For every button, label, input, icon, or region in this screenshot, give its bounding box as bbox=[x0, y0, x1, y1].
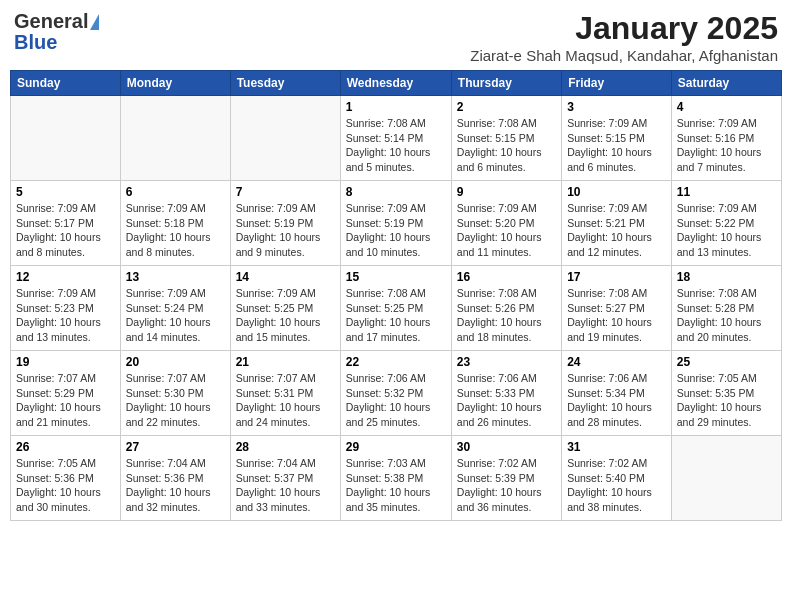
day-number: 2 bbox=[457, 100, 556, 114]
day-number: 11 bbox=[677, 185, 776, 199]
day-number: 26 bbox=[16, 440, 115, 454]
calendar-cell: 29Sunrise: 7:03 AMSunset: 5:38 PMDayligh… bbox=[340, 436, 451, 521]
day-number: 17 bbox=[567, 270, 666, 284]
logo-triangle-icon bbox=[90, 14, 99, 30]
logo: General Blue bbox=[14, 10, 99, 54]
day-number: 7 bbox=[236, 185, 335, 199]
logo-blue: Blue bbox=[14, 31, 57, 54]
cell-info: Sunrise: 7:09 AMSunset: 5:23 PMDaylight:… bbox=[16, 286, 115, 345]
calendar-cell: 27Sunrise: 7:04 AMSunset: 5:36 PMDayligh… bbox=[120, 436, 230, 521]
calendar-cell bbox=[11, 96, 121, 181]
cell-info: Sunrise: 7:02 AMSunset: 5:39 PMDaylight:… bbox=[457, 456, 556, 515]
cell-info: Sunrise: 7:05 AMSunset: 5:35 PMDaylight:… bbox=[677, 371, 776, 430]
cell-info: Sunrise: 7:09 AMSunset: 5:17 PMDaylight:… bbox=[16, 201, 115, 260]
day-number: 14 bbox=[236, 270, 335, 284]
day-header-saturday: Saturday bbox=[671, 71, 781, 96]
calendar-cell: 25Sunrise: 7:05 AMSunset: 5:35 PMDayligh… bbox=[671, 351, 781, 436]
calendar-cell: 19Sunrise: 7:07 AMSunset: 5:29 PMDayligh… bbox=[11, 351, 121, 436]
week-row-5: 26Sunrise: 7:05 AMSunset: 5:36 PMDayligh… bbox=[11, 436, 782, 521]
day-number: 3 bbox=[567, 100, 666, 114]
day-number: 21 bbox=[236, 355, 335, 369]
day-number: 15 bbox=[346, 270, 446, 284]
day-number: 23 bbox=[457, 355, 556, 369]
cell-info: Sunrise: 7:09 AMSunset: 5:15 PMDaylight:… bbox=[567, 116, 666, 175]
calendar-cell: 23Sunrise: 7:06 AMSunset: 5:33 PMDayligh… bbox=[451, 351, 561, 436]
calendar-cell: 2Sunrise: 7:08 AMSunset: 5:15 PMDaylight… bbox=[451, 96, 561, 181]
week-row-3: 12Sunrise: 7:09 AMSunset: 5:23 PMDayligh… bbox=[11, 266, 782, 351]
cell-info: Sunrise: 7:06 AMSunset: 5:34 PMDaylight:… bbox=[567, 371, 666, 430]
day-number: 13 bbox=[126, 270, 225, 284]
day-number: 30 bbox=[457, 440, 556, 454]
cell-info: Sunrise: 7:09 AMSunset: 5:18 PMDaylight:… bbox=[126, 201, 225, 260]
day-number: 25 bbox=[677, 355, 776, 369]
day-number: 6 bbox=[126, 185, 225, 199]
calendar-cell: 17Sunrise: 7:08 AMSunset: 5:27 PMDayligh… bbox=[562, 266, 672, 351]
cell-info: Sunrise: 7:07 AMSunset: 5:29 PMDaylight:… bbox=[16, 371, 115, 430]
cell-info: Sunrise: 7:08 AMSunset: 5:27 PMDaylight:… bbox=[567, 286, 666, 345]
day-number: 1 bbox=[346, 100, 446, 114]
calendar-cell: 31Sunrise: 7:02 AMSunset: 5:40 PMDayligh… bbox=[562, 436, 672, 521]
cell-info: Sunrise: 7:09 AMSunset: 5:21 PMDaylight:… bbox=[567, 201, 666, 260]
calendar-cell: 10Sunrise: 7:09 AMSunset: 5:21 PMDayligh… bbox=[562, 181, 672, 266]
calendar-cell: 26Sunrise: 7:05 AMSunset: 5:36 PMDayligh… bbox=[11, 436, 121, 521]
calendar-cell: 3Sunrise: 7:09 AMSunset: 5:15 PMDaylight… bbox=[562, 96, 672, 181]
calendar-cell: 22Sunrise: 7:06 AMSunset: 5:32 PMDayligh… bbox=[340, 351, 451, 436]
calendar-cell: 28Sunrise: 7:04 AMSunset: 5:37 PMDayligh… bbox=[230, 436, 340, 521]
day-number: 19 bbox=[16, 355, 115, 369]
cell-info: Sunrise: 7:03 AMSunset: 5:38 PMDaylight:… bbox=[346, 456, 446, 515]
day-header-friday: Friday bbox=[562, 71, 672, 96]
calendar-cell: 9Sunrise: 7:09 AMSunset: 5:20 PMDaylight… bbox=[451, 181, 561, 266]
calendar-cell: 16Sunrise: 7:08 AMSunset: 5:26 PMDayligh… bbox=[451, 266, 561, 351]
location-subtitle: Ziarat-e Shah Maqsud, Kandahar, Afghanis… bbox=[470, 47, 778, 64]
day-number: 29 bbox=[346, 440, 446, 454]
cell-info: Sunrise: 7:08 AMSunset: 5:14 PMDaylight:… bbox=[346, 116, 446, 175]
calendar-cell: 1Sunrise: 7:08 AMSunset: 5:14 PMDaylight… bbox=[340, 96, 451, 181]
cell-info: Sunrise: 7:07 AMSunset: 5:30 PMDaylight:… bbox=[126, 371, 225, 430]
month-title: January 2025 bbox=[470, 10, 778, 47]
calendar-cell: 24Sunrise: 7:06 AMSunset: 5:34 PMDayligh… bbox=[562, 351, 672, 436]
cell-info: Sunrise: 7:09 AMSunset: 5:24 PMDaylight:… bbox=[126, 286, 225, 345]
calendar-header-row: SundayMondayTuesdayWednesdayThursdayFrid… bbox=[11, 71, 782, 96]
cell-info: Sunrise: 7:05 AMSunset: 5:36 PMDaylight:… bbox=[16, 456, 115, 515]
calendar-cell: 18Sunrise: 7:08 AMSunset: 5:28 PMDayligh… bbox=[671, 266, 781, 351]
week-row-4: 19Sunrise: 7:07 AMSunset: 5:29 PMDayligh… bbox=[11, 351, 782, 436]
cell-info: Sunrise: 7:08 AMSunset: 5:28 PMDaylight:… bbox=[677, 286, 776, 345]
day-number: 12 bbox=[16, 270, 115, 284]
cell-info: Sunrise: 7:09 AMSunset: 5:20 PMDaylight:… bbox=[457, 201, 556, 260]
calendar-cell: 20Sunrise: 7:07 AMSunset: 5:30 PMDayligh… bbox=[120, 351, 230, 436]
logo-general: General bbox=[14, 10, 88, 33]
calendar-cell bbox=[120, 96, 230, 181]
cell-info: Sunrise: 7:02 AMSunset: 5:40 PMDaylight:… bbox=[567, 456, 666, 515]
cell-info: Sunrise: 7:09 AMSunset: 5:19 PMDaylight:… bbox=[236, 201, 335, 260]
day-number: 20 bbox=[126, 355, 225, 369]
cell-info: Sunrise: 7:09 AMSunset: 5:19 PMDaylight:… bbox=[346, 201, 446, 260]
day-header-thursday: Thursday bbox=[451, 71, 561, 96]
day-number: 31 bbox=[567, 440, 666, 454]
calendar-cell bbox=[671, 436, 781, 521]
day-number: 27 bbox=[126, 440, 225, 454]
calendar-cell: 21Sunrise: 7:07 AMSunset: 5:31 PMDayligh… bbox=[230, 351, 340, 436]
day-number: 9 bbox=[457, 185, 556, 199]
day-header-sunday: Sunday bbox=[11, 71, 121, 96]
cell-info: Sunrise: 7:06 AMSunset: 5:33 PMDaylight:… bbox=[457, 371, 556, 430]
cell-info: Sunrise: 7:04 AMSunset: 5:36 PMDaylight:… bbox=[126, 456, 225, 515]
calendar-cell: 13Sunrise: 7:09 AMSunset: 5:24 PMDayligh… bbox=[120, 266, 230, 351]
cell-info: Sunrise: 7:09 AMSunset: 5:25 PMDaylight:… bbox=[236, 286, 335, 345]
day-number: 16 bbox=[457, 270, 556, 284]
day-header-tuesday: Tuesday bbox=[230, 71, 340, 96]
cell-info: Sunrise: 7:09 AMSunset: 5:16 PMDaylight:… bbox=[677, 116, 776, 175]
day-number: 28 bbox=[236, 440, 335, 454]
calendar-cell: 5Sunrise: 7:09 AMSunset: 5:17 PMDaylight… bbox=[11, 181, 121, 266]
cell-info: Sunrise: 7:07 AMSunset: 5:31 PMDaylight:… bbox=[236, 371, 335, 430]
calendar-table: SundayMondayTuesdayWednesdayThursdayFrid… bbox=[10, 70, 782, 521]
calendar-cell: 12Sunrise: 7:09 AMSunset: 5:23 PMDayligh… bbox=[11, 266, 121, 351]
week-row-2: 5Sunrise: 7:09 AMSunset: 5:17 PMDaylight… bbox=[11, 181, 782, 266]
day-number: 5 bbox=[16, 185, 115, 199]
title-area: January 2025 Ziarat-e Shah Maqsud, Kanda… bbox=[470, 10, 778, 64]
week-row-1: 1Sunrise: 7:08 AMSunset: 5:14 PMDaylight… bbox=[11, 96, 782, 181]
calendar-cell: 6Sunrise: 7:09 AMSunset: 5:18 PMDaylight… bbox=[120, 181, 230, 266]
page-header: General Blue January 2025 Ziarat-e Shah … bbox=[10, 10, 782, 64]
cell-info: Sunrise: 7:08 AMSunset: 5:25 PMDaylight:… bbox=[346, 286, 446, 345]
calendar-cell: 7Sunrise: 7:09 AMSunset: 5:19 PMDaylight… bbox=[230, 181, 340, 266]
cell-info: Sunrise: 7:08 AMSunset: 5:26 PMDaylight:… bbox=[457, 286, 556, 345]
